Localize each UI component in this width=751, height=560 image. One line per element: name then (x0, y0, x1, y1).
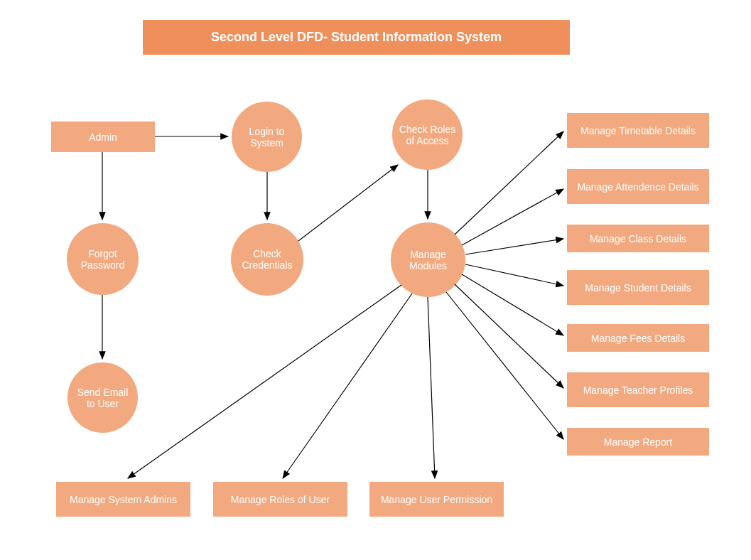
node-modules-label: Manage Modules (395, 249, 461, 271)
node-forgot: Forgot Password (67, 223, 139, 295)
node-class-label: Manage Class Details (590, 233, 686, 244)
node-timetable-label: Manage Timetable Details (580, 125, 696, 136)
node-credentials: Check Credentials (231, 223, 303, 296)
node-sys-admins: Manage System Admins (56, 482, 190, 517)
node-login-label: Login to System (236, 126, 298, 149)
node-roles-label: Check Roles of Access (396, 124, 458, 146)
svg-line-11 (462, 274, 563, 335)
node-admin-label: Admin (89, 131, 117, 143)
node-teacher: Manage Teacher Profiles (567, 372, 709, 407)
svg-line-15 (283, 294, 412, 478)
node-login: Login to System (232, 102, 302, 172)
node-send-email: Send Email to User (67, 362, 138, 433)
node-modules: Manage Modules (391, 222, 465, 297)
node-student-label: Manage Student Details (585, 282, 691, 294)
node-user-perm-label: Manage User Permission (381, 494, 492, 505)
node-teacher-label: Manage Teacher Profiles (583, 384, 693, 396)
diagram-title-text: Second Level DFD- Student Information Sy… (211, 30, 502, 45)
node-attendance-label: Manage Attendence Details (577, 181, 698, 193)
svg-line-13 (446, 292, 563, 439)
node-roles-user-label: Manage Roles of User (231, 494, 330, 505)
node-report: Manage Report (567, 428, 709, 456)
node-report-label: Manage Report (604, 436, 673, 448)
node-user-perm: Manage User Permission (369, 482, 504, 517)
svg-line-14 (128, 285, 401, 478)
svg-line-10 (465, 264, 563, 286)
svg-line-12 (455, 284, 563, 388)
node-admin: Admin (51, 122, 155, 152)
node-forgot-label: Forgot Password (71, 248, 134, 271)
node-student: Manage Student Details (567, 270, 709, 305)
node-fees: Manage Fees Details (567, 324, 709, 352)
node-fees-label: Manage Fees Details (591, 333, 685, 344)
node-credentials-label: Check Credentials (235, 248, 299, 271)
diagram-title: Second Level DFD- Student Information Sy… (143, 20, 570, 55)
node-sys-admins-label: Manage System Admins (70, 494, 177, 505)
svg-line-8 (462, 189, 563, 245)
node-attendance: Manage Attendence Details (567, 169, 709, 204)
svg-line-9 (465, 239, 563, 254)
node-send-email-label: Send Email to User (72, 387, 134, 409)
node-timetable: Manage Timetable Details (567, 113, 709, 148)
node-roles: Check Roles of Access (392, 99, 463, 170)
svg-line-7 (455, 131, 563, 235)
node-class: Manage Class Details (567, 225, 709, 252)
svg-line-16 (428, 297, 435, 478)
svg-line-4 (298, 165, 398, 241)
node-roles-user: Manage Roles of User (213, 482, 347, 517)
